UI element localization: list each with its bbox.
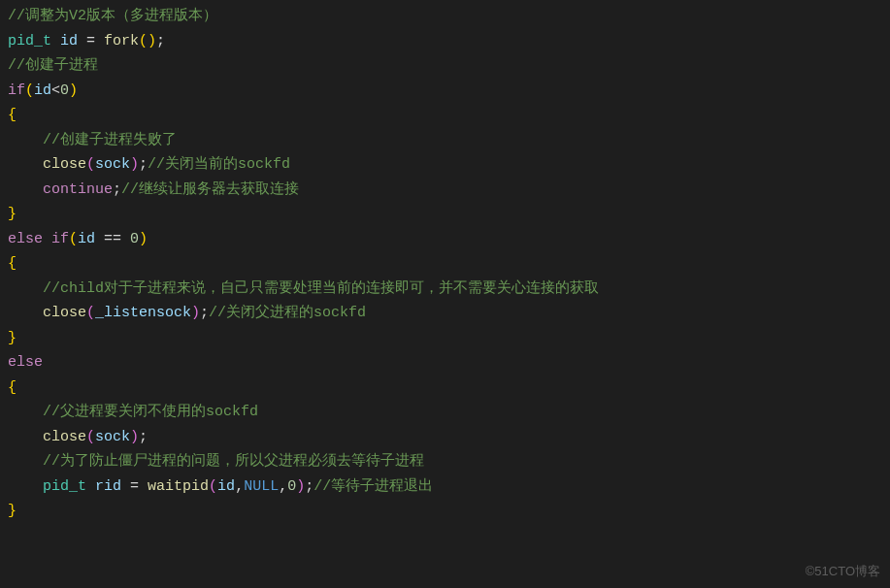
open-paren: ( [69, 231, 78, 247]
close-brace: } [8, 206, 16, 222]
close-paren: ) [148, 33, 156, 49]
function-call: close [43, 305, 86, 321]
constant: NULL [244, 478, 279, 495]
open-paren: ( [209, 478, 217, 495]
semicolon: ; [113, 181, 121, 198]
variable: id [78, 231, 95, 247]
comment: //关闭当前的sockfd [148, 156, 290, 173]
close-paren: ) [296, 478, 305, 495]
open-paren: ( [25, 82, 34, 99]
variable: _listensock [95, 305, 191, 321]
open-paren: ( [86, 429, 95, 445]
open-brace: { [8, 379, 16, 396]
semicolon: ; [305, 478, 313, 495]
number: 0 [287, 478, 296, 495]
comment: //调整为V2版本（多进程版本） [8, 8, 217, 24]
close-paren: ) [191, 305, 200, 321]
keyword-continue: continue [43, 181, 113, 198]
keyword-else: else [8, 231, 43, 247]
close-brace: } [8, 330, 16, 346]
close-paren: ) [69, 82, 78, 99]
comment: //关闭父进程的sockfd [209, 305, 366, 321]
semicolon: ; [156, 33, 165, 49]
comment: //为了防止僵尸进程的问题，所以父进程必须去等待子进程 [43, 453, 424, 470]
function-call: close [43, 156, 86, 173]
operator: = [121, 478, 148, 495]
open-paren: ( [139, 33, 148, 49]
open-paren: ( [86, 305, 95, 321]
comment: //child对于子进程来说，自己只需要处理当前的连接即可，并不需要关心连接的获… [43, 280, 599, 297]
operator: < [51, 82, 60, 99]
open-brace: { [8, 255, 16, 272]
semicolon: ; [139, 156, 148, 173]
open-paren: ( [86, 156, 95, 173]
variable: rid [95, 478, 121, 495]
variable: id [60, 33, 78, 49]
variable: sock [95, 429, 130, 445]
comment: //创建子进程失败了 [43, 132, 177, 148]
operator: = [78, 33, 104, 49]
open-brace: { [8, 107, 16, 123]
number: 0 [60, 82, 69, 99]
operator: == [95, 231, 130, 247]
comma: , [279, 478, 287, 495]
close-paren: ) [130, 156, 139, 173]
type-keyword: pid_t [43, 478, 86, 495]
function-call: close [43, 429, 86, 445]
watermark-text: ©51CTO博客 [806, 561, 880, 582]
keyword-else: else [8, 354, 43, 371]
semicolon: ; [200, 305, 209, 321]
comment: //创建子进程 [8, 57, 98, 74]
variable: id [34, 82, 51, 99]
comment: //父进程要关闭不使用的sockfd [43, 404, 258, 420]
close-paren: ) [139, 231, 148, 247]
variable: sock [95, 156, 130, 173]
close-paren: ) [130, 429, 139, 445]
close-brace: } [8, 503, 16, 519]
number: 0 [130, 231, 139, 247]
variable: id [217, 478, 235, 495]
comment: //继续让服务器去获取连接 [121, 181, 299, 198]
keyword-if: if [8, 82, 25, 99]
semicolon: ; [139, 429, 148, 445]
code-editor[interactable]: //调整为V2版本（多进程版本） pid_t id = fork(); //创建… [0, 0, 890, 528]
function-call: fork [104, 33, 139, 49]
function-call: waitpid [148, 478, 209, 495]
comma: , [235, 478, 244, 495]
comment: //等待子进程退出 [313, 478, 433, 495]
type-keyword: pid_t [8, 33, 51, 49]
keyword-if: if [51, 231, 69, 247]
